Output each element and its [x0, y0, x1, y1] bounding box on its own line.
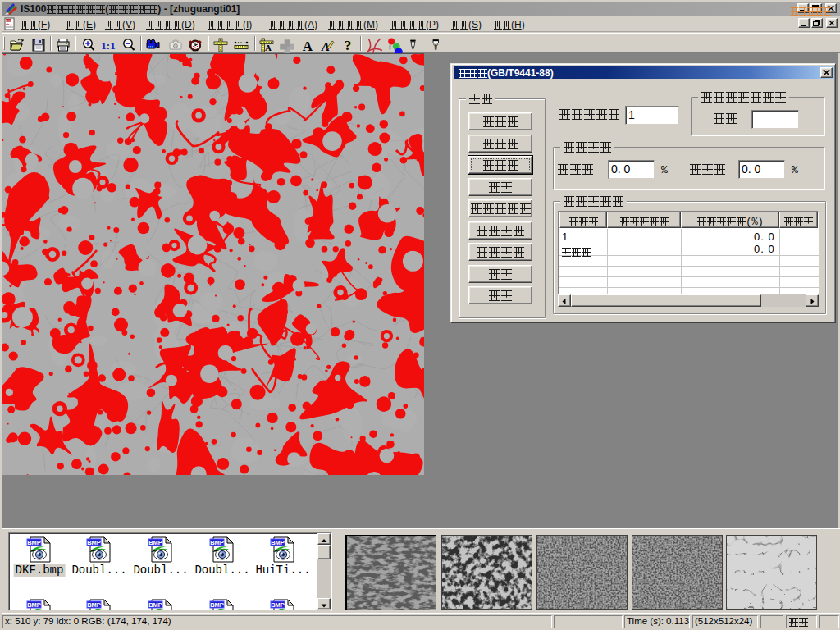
- svg-text:BMP: BMP: [271, 539, 285, 546]
- svg-text:DOC: DOC: [6, 19, 13, 23]
- svg-text:BMP: BMP: [27, 539, 41, 546]
- svg-text:A: A: [303, 39, 313, 54]
- svg-text:1:1: 1:1: [101, 39, 115, 52]
- svg-text:?: ?: [345, 38, 352, 53]
- svg-text:BMP: BMP: [148, 539, 162, 546]
- svg-text:BMP: BMP: [148, 601, 162, 609]
- svg-text:BMP: BMP: [210, 601, 224, 609]
- svg-text:C: C: [220, 39, 221, 42]
- svg-text:A: A: [265, 43, 272, 52]
- svg-text:BMP: BMP: [210, 539, 224, 546]
- svg-text:BMP: BMP: [87, 601, 101, 609]
- svg-text:BMP: BMP: [27, 601, 41, 609]
- svg-text:BMP: BMP: [87, 539, 101, 546]
- svg-text:BMP: BMP: [271, 601, 285, 609]
